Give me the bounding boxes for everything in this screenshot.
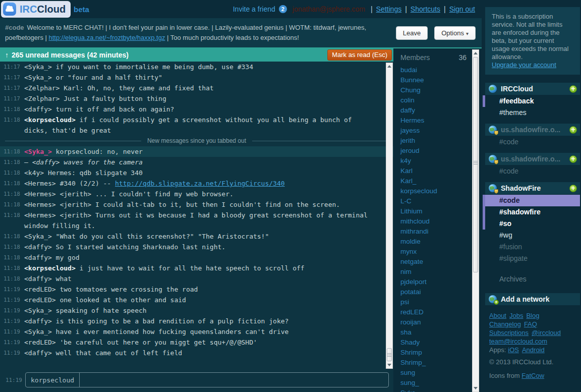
sign-out-link[interactable]: Sign out: [449, 5, 475, 13]
add-channel-icon[interactable]: +: [569, 85, 577, 93]
member-nick[interactable]: Shrimp_: [400, 358, 467, 368]
nick[interactable]: <Zelphar>: [24, 84, 60, 92]
channel-item-code[interactable]: #code: [485, 165, 580, 177]
member-nick[interactable]: Karl: [400, 166, 467, 176]
channel-item-code[interactable]: #code: [485, 195, 580, 206]
scroll-down-icon[interactable]: [386, 362, 392, 368]
add-channel-icon[interactable]: +: [569, 126, 577, 134]
options-button[interactable]: Options▾: [434, 26, 476, 40]
members-scrollbar-thumb[interactable]: [473, 57, 478, 272]
nick[interactable]: <Syka_>: [24, 307, 52, 314]
footer-link[interactable]: Subscriptions: [489, 328, 529, 337]
scroll-up-icon[interactable]: [473, 50, 479, 57]
nick[interactable]: <daffy>: [24, 275, 52, 283]
footer-link[interactable]: Jobs: [509, 311, 523, 320]
nick[interactable]: <Zelphar>: [24, 95, 60, 102]
member-nick[interactable]: budai: [400, 65, 467, 75]
chat-scrollbar-thumb[interactable]: [387, 348, 392, 361]
member-nick[interactable]: jerith: [400, 136, 467, 146]
nick[interactable]: <k4y>: [24, 169, 44, 177]
member-nick[interactable]: mynx: [400, 247, 467, 257]
channel-item-slipgate[interactable]: #slipgate: [485, 253, 580, 264]
nick[interactable]: <Syka_>: [24, 74, 52, 81]
network-header[interactable]: us.shadowfire.o...+: [485, 124, 580, 136]
member-nick[interactable]: nim: [400, 267, 467, 277]
upgrade-account-link[interactable]: Upgrade your account: [492, 61, 556, 69]
member-nick[interactable]: potatai: [400, 287, 467, 297]
nick[interactable]: <daffy>: [24, 243, 52, 251]
message-link[interactable]: http://qdb.slipgate.za.net/FlyingCircus/…: [115, 180, 285, 187]
channel-item-shadowfire[interactable]: #shadowfire: [485, 206, 580, 218]
network-header[interactable]: ShadowFire+: [485, 182, 580, 194]
member-nick[interactable]: sung_: [400, 378, 467, 388]
member-nick[interactable]: moldie: [400, 237, 467, 247]
shortcuts-link[interactable]: Shortcuts: [411, 5, 440, 13]
nick[interactable]: <Syka_>: [24, 328, 52, 335]
scroll-down-icon[interactable]: [473, 385, 479, 391]
leave-button[interactable]: Leave: [396, 26, 428, 40]
nick[interactable]: <Hermes>: [24, 190, 56, 198]
nick[interactable]: <redLED>: [24, 296, 56, 304]
member-nick[interactable]: sung: [400, 368, 467, 378]
app-link[interactable]: iOS: [508, 346, 519, 354]
member-nick[interactable]: psi: [400, 297, 467, 307]
member-nick[interactable]: Lithium: [400, 206, 467, 216]
channel-item-fusion[interactable]: #fusion: [485, 241, 580, 253]
member-nick[interactable]: jayess: [400, 126, 467, 136]
member-nick[interactable]: sha: [400, 327, 467, 338]
channel-item-themes[interactable]: #themes: [485, 107, 580, 119]
add-channel-icon[interactable]: +: [569, 155, 577, 163]
nick[interactable]: <Syka_>: [24, 63, 52, 71]
nick[interactable]: <Syka_>: [24, 148, 52, 155]
nick[interactable]: <daffy>: [32, 158, 60, 166]
channel-item-wg[interactable]: #wg: [485, 230, 580, 241]
fatcow-link[interactable]: FatCow: [521, 371, 544, 380]
member-nick[interactable]: Karl_: [400, 176, 467, 186]
member-nick[interactable]: pjdelport: [400, 277, 467, 287]
member-nick[interactable]: mithrandi: [400, 227, 467, 237]
member-nick[interactable]: Syka: [400, 388, 467, 392]
member-nick[interactable]: Shrimp: [400, 348, 467, 358]
footer-link[interactable]: @irccloud: [532, 328, 561, 337]
member-nick[interactable]: rooijan: [400, 317, 467, 327]
nick[interactable]: <daffy>: [24, 105, 52, 113]
member-nick[interactable]: redLED: [400, 307, 467, 317]
members-scrollbar[interactable]: [472, 49, 479, 392]
add-channel-icon[interactable]: +: [569, 185, 577, 192]
nick[interactable]: <Hermes>: [24, 201, 56, 208]
app-link[interactable]: Android: [522, 346, 545, 354]
nick[interactable]: <daffy>: [24, 349, 52, 357]
member-nick[interactable]: jeroud: [400, 146, 467, 156]
member-nick[interactable]: mithcloud: [400, 216, 467, 227]
member-nick[interactable]: Hermes: [400, 116, 467, 126]
invite-friend-link[interactable]: Invite a friend: [233, 5, 275, 13]
member-nick[interactable]: korpsecloud: [400, 186, 467, 196]
network-header[interactable]: us.shadowfire.o...+: [485, 153, 580, 165]
nick[interactable]: <redLED>: [24, 286, 56, 293]
member-nick[interactable]: L-C: [400, 196, 467, 206]
member-nick[interactable]: Chung: [400, 85, 467, 95]
footer-link[interactable]: Blog: [526, 311, 539, 320]
nick[interactable]: <daffy>: [24, 317, 52, 325]
channel-item-so[interactable]: #so: [485, 218, 580, 230]
scroll-up-icon[interactable]: [386, 63, 392, 70]
member-nick[interactable]: daffy: [400, 105, 467, 116]
member-nick[interactable]: netgate: [400, 257, 467, 267]
chat-scrollbar[interactable]: [386, 63, 393, 369]
irccloud-logo[interactable]: IRCCloud: [1, 1, 71, 18]
member-nick[interactable]: k4y: [400, 156, 467, 166]
footer-link[interactable]: FAQ: [524, 320, 537, 328]
nick[interactable]: <Hermes>: [24, 180, 56, 187]
nick[interactable]: <Syka_>: [24, 233, 52, 240]
channel-item-feedback[interactable]: #feedback: [485, 95, 580, 107]
nick[interactable]: <korpsecloud>: [24, 264, 76, 272]
nick[interactable]: <redLED>: [24, 339, 56, 346]
footer-link[interactable]: Changelog: [489, 320, 521, 328]
footer-link[interactable]: team@irccloud.com: [489, 337, 547, 346]
settings-link[interactable]: Settings: [376, 5, 402, 13]
nick[interactable]: <daffy>: [24, 254, 52, 261]
mark-as-read-button[interactable]: Mark as read (Esc): [327, 49, 392, 61]
member-nick[interactable]: colin: [400, 95, 467, 105]
member-nick[interactable]: Bunnee: [400, 75, 467, 85]
nick[interactable]: <korpsecloud>: [24, 116, 76, 124]
